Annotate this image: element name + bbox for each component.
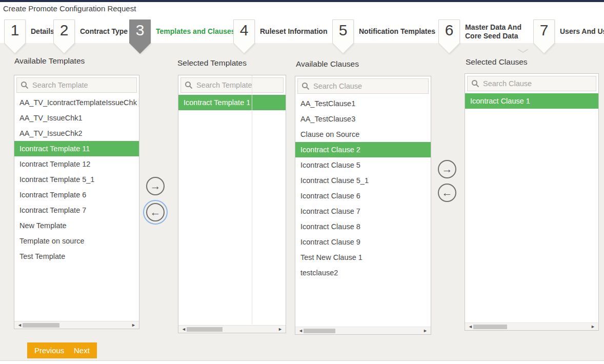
wizard-step-master-data[interactable]: 6 Master Data And Core Seed Data (438, 19, 526, 54)
top-accent-bar (0, 0, 604, 2)
list-item[interactable]: Icontract Template 5_1 (14, 172, 139, 187)
scroll-left-icon[interactable]: ◄ (182, 326, 186, 333)
move-clause-left-button[interactable]: ← (438, 184, 456, 202)
list-item[interactable]: Icontract Clause 9 (295, 234, 431, 250)
selected-templates-search-box (180, 77, 284, 93)
search-clause-input[interactable] (298, 79, 428, 93)
arrow-left-icon: ← (439, 185, 455, 200)
scroll-right-icon[interactable]: ► (131, 322, 136, 329)
search-clause-input[interactable] (468, 76, 596, 91)
list-item[interactable]: Clause on Source (295, 127, 431, 142)
wizard-step-details[interactable]: 1 Details (4, 19, 54, 54)
scroll-thumb[interactable] (23, 323, 59, 328)
horizontal-scrollbar[interactable]: ◄ ► (465, 322, 598, 330)
scroll-left-icon[interactable]: ◄ (468, 323, 473, 330)
available-templates-list: AA_TV_IcontractTemplateIssueChkAA_TV_Iss… (14, 95, 139, 264)
step-number: 5 (332, 22, 354, 39)
search-template-input[interactable] (181, 78, 283, 92)
horizontal-scrollbar[interactable]: ◄ ► (14, 321, 139, 329)
list-item[interactable]: New Template (14, 218, 139, 233)
list-item[interactable]: Test New Clause 1 (295, 250, 431, 265)
step-marker: 1 (4, 19, 26, 54)
next-button[interactable]: Next (67, 342, 97, 358)
step-label: Users And User (560, 27, 604, 54)
list-item[interactable]: Icontract Clause 5 (295, 157, 431, 173)
list-item[interactable]: AA_TV_IssueChk2 (14, 126, 139, 141)
list-item[interactable]: Icontract Template 6 (14, 187, 139, 203)
scroll-left-icon[interactable]: ◄ (17, 322, 22, 329)
list-item[interactable]: Icontract Clause 7 (295, 204, 431, 219)
move-template-left-button[interactable]: ← (146, 203, 165, 221)
selected-clauses-title: Selected Clauses (466, 57, 528, 67)
available-clauses-list: AA_TestClause1AA_TestClause3Clause on So… (295, 96, 431, 280)
arrow-left-icon: ← (147, 205, 164, 220)
list-item[interactable]: AA_TV_IssueChk1 (14, 110, 139, 126)
create-promote-configuration-page: Create Promote Configuration Request 1 D… (0, 0, 604, 364)
horizontal-scrollbar[interactable]: ◄ ► (178, 325, 286, 333)
page-title: Create Promote Configuration Request (3, 4, 136, 13)
selected-clauses-list: Icontract Clause 1 (465, 93, 598, 109)
available-templates-title: Available Templates (14, 56, 85, 66)
wizard-step-templates-and-clauses[interactable]: 3 Templates and Clauses (129, 19, 235, 54)
list-item[interactable]: AA_TestClause3 (295, 111, 431, 127)
search-template-input[interactable] (17, 78, 136, 92)
step-number: 2 (53, 22, 75, 39)
available-clauses-panel: AA_TestClause1AA_TestClause3Clause on So… (295, 76, 431, 335)
list-item[interactable]: Icontract Template 12 (14, 156, 139, 172)
move-clause-right-button[interactable]: → (438, 160, 456, 178)
available-templates-panel: AA_TV_IcontractTemplateIssueChkAA_TV_Iss… (14, 75, 139, 329)
step-marker: 6 (438, 19, 460, 54)
step-label: Notification Templates (359, 27, 435, 54)
column-divider (252, 75, 252, 325)
list-item[interactable]: Icontract Template 11 (14, 141, 139, 156)
scroll-right-icon[interactable]: ► (591, 323, 595, 330)
list-item[interactable]: Icontract Clause 8 (295, 219, 431, 234)
wizard-step-users[interactable]: 7 Users And User (533, 19, 604, 54)
wizard-step-notification-templates[interactable]: 5 Notification Templates (332, 19, 435, 54)
scroll-thumb[interactable] (187, 327, 223, 332)
step-marker: 2 (53, 19, 75, 54)
step-marker: 4 (233, 19, 255, 54)
list-item[interactable]: AA_TestClause1 (295, 96, 431, 111)
selected-clauses-search-box (467, 76, 596, 91)
scroll-thumb[interactable] (473, 325, 507, 329)
wizard-step-ruleset-information[interactable]: 4 Ruleset Information (233, 19, 327, 54)
list-item[interactable]: Icontract Clause 5_1 (295, 173, 431, 188)
scroll-right-icon[interactable]: ► (278, 326, 283, 333)
list-item[interactable]: AA_TV_IcontractTemplateIssueChk (14, 95, 139, 110)
chevron-down-icon (517, 48, 529, 53)
step-label: Details (31, 27, 54, 54)
list-item[interactable]: Icontract Clause 6 (295, 188, 431, 204)
list-item[interactable]: Icontract Template 7 (14, 203, 139, 218)
step-number: 6 (438, 22, 460, 39)
step-number: 7 (533, 22, 555, 39)
wizard-step-contract-type[interactable]: 2 Contract Type (53, 19, 128, 54)
scroll-left-icon[interactable]: ◄ (298, 328, 303, 334)
list-item[interactable]: Icontract Clause 2 (295, 142, 431, 157)
step-number: 3 (129, 22, 151, 39)
list-item[interactable]: testclause2 (295, 265, 431, 280)
step-number: 4 (233, 22, 255, 39)
scroll-right-icon[interactable]: ► (423, 328, 428, 334)
available-clauses-title: Available Clauses (296, 59, 359, 69)
step-marker: 3 (129, 19, 151, 54)
list-item[interactable]: Test Template (14, 249, 139, 264)
list-item[interactable]: Icontract Template 1 (178, 95, 286, 110)
step-number: 1 (4, 22, 26, 39)
selected-templates-list: Icontract Template 1 (178, 95, 286, 110)
bottom-strip (0, 360, 604, 364)
list-item[interactable]: Template on source (14, 233, 139, 249)
arrow-right-icon: → (147, 178, 164, 194)
selected-templates-panel: Icontract Template 1 ◄ ► (178, 75, 286, 333)
step-marker: 7 (533, 19, 555, 54)
previous-button[interactable]: Previous (27, 342, 71, 358)
step-label: Ruleset Information (260, 27, 327, 54)
selected-templates-title: Selected Templates (177, 58, 247, 68)
step-marker: 5 (332, 19, 354, 54)
move-template-right-button[interactable]: → (146, 177, 165, 195)
step-label: Contract Type (80, 27, 128, 54)
list-item[interactable]: Icontract Clause 1 (465, 93, 598, 109)
arrow-right-icon: → (439, 161, 455, 177)
scroll-thumb[interactable] (304, 329, 335, 333)
horizontal-scrollbar[interactable]: ◄ ► (295, 327, 431, 334)
